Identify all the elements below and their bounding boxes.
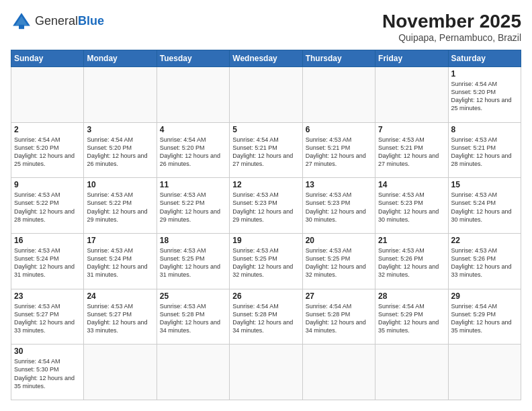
day-number: 12 — [232, 180, 299, 189]
title-section: November 2025 Quipapa, Pernambuco, Brazi… — [382, 11, 521, 43]
table-row — [230, 67, 302, 123]
logo-blue: Blue — [78, 14, 104, 28]
day-number: 14 — [378, 180, 445, 189]
day-number: 18 — [160, 236, 226, 245]
table-row: 21Sunrise: 4:53 AM Sunset: 5:26 PM Dayli… — [375, 233, 448, 289]
table-row — [230, 345, 302, 400]
table-row: 28Sunrise: 4:54 AM Sunset: 5:29 PM Dayli… — [375, 289, 448, 345]
day-info: Sunrise: 4:54 AM Sunset: 5:28 PM Dayligh… — [232, 302, 299, 335]
day-info: Sunrise: 4:54 AM Sunset: 5:20 PM Dayligh… — [451, 80, 518, 113]
table-row: 6Sunrise: 4:53 AM Sunset: 5:21 PM Daylig… — [302, 122, 375, 178]
day-info: Sunrise: 4:54 AM Sunset: 5:20 PM Dayligh… — [87, 136, 153, 169]
col-tuesday: Tuesday — [157, 50, 229, 67]
day-number: 28 — [378, 291, 445, 301]
day-info: Sunrise: 4:53 AM Sunset: 5:22 PM Dayligh… — [87, 191, 153, 224]
day-number: 6 — [306, 125, 372, 134]
table-row: 29Sunrise: 4:54 AM Sunset: 5:29 PM Dayli… — [448, 289, 521, 345]
table-row — [375, 67, 448, 123]
day-info: Sunrise: 4:53 AM Sunset: 5:22 PM Dayligh… — [14, 191, 81, 224]
page: GeneralBlue November 2025 Quipapa, Perna… — [0, 0, 532, 411]
day-info: Sunrise: 4:53 AM Sunset: 5:23 PM Dayligh… — [378, 191, 445, 224]
table-row — [302, 345, 375, 400]
day-number: 19 — [232, 236, 299, 245]
table-row: 4Sunrise: 4:54 AM Sunset: 5:20 PM Daylig… — [157, 122, 229, 178]
table-row: 30Sunrise: 4:54 AM Sunset: 5:30 PM Dayli… — [11, 345, 84, 400]
day-info: Sunrise: 4:54 AM Sunset: 5:30 PM Dayligh… — [14, 357, 81, 390]
day-info: Sunrise: 4:53 AM Sunset: 5:28 PM Dayligh… — [160, 302, 226, 335]
day-number: 15 — [451, 180, 518, 189]
day-number: 13 — [306, 180, 372, 189]
table-row: 22Sunrise: 4:53 AM Sunset: 5:26 PM Dayli… — [448, 233, 521, 289]
day-number: 20 — [306, 236, 372, 245]
day-info: Sunrise: 4:53 AM Sunset: 5:25 PM Dayligh… — [306, 246, 372, 279]
day-number: 10 — [87, 180, 153, 189]
col-monday: Monday — [84, 50, 157, 67]
day-number: 25 — [160, 291, 226, 301]
col-thursday: Thursday — [302, 50, 375, 67]
day-info: Sunrise: 4:53 AM Sunset: 5:23 PM Dayligh… — [232, 191, 299, 224]
table-row: 25Sunrise: 4:53 AM Sunset: 5:28 PM Dayli… — [157, 289, 229, 345]
calendar: Sunday Monday Tuesday Wednesday Thursday… — [11, 50, 521, 400]
day-number: 22 — [451, 236, 518, 245]
table-row: 27Sunrise: 4:54 AM Sunset: 5:28 PM Dayli… — [302, 289, 375, 345]
header: GeneralBlue November 2025 Quipapa, Perna… — [11, 11, 521, 43]
header-row: Sunday Monday Tuesday Wednesday Thursday… — [11, 50, 521, 67]
table-row: 10Sunrise: 4:53 AM Sunset: 5:22 PM Dayli… — [84, 178, 157, 234]
table-row: 5Sunrise: 4:54 AM Sunset: 5:21 PM Daylig… — [230, 122, 302, 178]
table-row: 1Sunrise: 4:54 AM Sunset: 5:20 PM Daylig… — [448, 67, 521, 123]
table-row — [302, 67, 375, 123]
day-info: Sunrise: 4:54 AM Sunset: 5:21 PM Dayligh… — [232, 136, 299, 169]
table-row: 11Sunrise: 4:53 AM Sunset: 5:22 PM Dayli… — [157, 178, 229, 234]
day-number: 5 — [232, 125, 299, 134]
col-sunday: Sunday — [11, 50, 84, 67]
day-info: Sunrise: 4:54 AM Sunset: 5:20 PM Dayligh… — [160, 136, 226, 169]
day-number: 8 — [451, 125, 518, 134]
day-number: 4 — [160, 125, 226, 134]
day-info: Sunrise: 4:53 AM Sunset: 5:25 PM Dayligh… — [232, 246, 299, 279]
day-number: 21 — [378, 236, 445, 245]
table-row: 24Sunrise: 4:53 AM Sunset: 5:27 PM Dayli… — [84, 289, 157, 345]
table-row: 3Sunrise: 4:54 AM Sunset: 5:20 PM Daylig… — [84, 122, 157, 178]
day-info: Sunrise: 4:53 AM Sunset: 5:24 PM Dayligh… — [14, 246, 81, 279]
day-info: Sunrise: 4:53 AM Sunset: 5:24 PM Dayligh… — [451, 191, 518, 224]
day-number: 23 — [14, 291, 81, 301]
day-info: Sunrise: 4:53 AM Sunset: 5:21 PM Dayligh… — [451, 136, 518, 169]
table-row: 12Sunrise: 4:53 AM Sunset: 5:23 PM Dayli… — [230, 178, 302, 234]
day-number: 26 — [232, 291, 299, 301]
table-row — [157, 67, 229, 123]
day-number: 24 — [87, 291, 153, 301]
table-row: 16Sunrise: 4:53 AM Sunset: 5:24 PM Dayli… — [11, 233, 84, 289]
table-row: 7Sunrise: 4:53 AM Sunset: 5:21 PM Daylig… — [375, 122, 448, 178]
table-row — [11, 67, 84, 123]
day-number: 7 — [378, 125, 445, 134]
logo: GeneralBlue — [11, 11, 104, 32]
day-info: Sunrise: 4:54 AM Sunset: 5:29 PM Dayligh… — [451, 302, 518, 335]
day-number: 11 — [160, 180, 226, 189]
table-row: 15Sunrise: 4:53 AM Sunset: 5:24 PM Dayli… — [448, 178, 521, 234]
table-row: 8Sunrise: 4:53 AM Sunset: 5:21 PM Daylig… — [448, 122, 521, 178]
logo-general: General — [35, 14, 78, 28]
day-info: Sunrise: 4:53 AM Sunset: 5:25 PM Dayligh… — [160, 246, 226, 279]
day-info: Sunrise: 4:54 AM Sunset: 5:29 PM Dayligh… — [378, 302, 445, 335]
day-info: Sunrise: 4:53 AM Sunset: 5:21 PM Dayligh… — [378, 136, 445, 169]
table-row — [157, 345, 229, 400]
table-row: 9Sunrise: 4:53 AM Sunset: 5:22 PM Daylig… — [11, 178, 84, 234]
svg-rect-2 — [19, 25, 24, 29]
day-number: 9 — [14, 180, 81, 189]
table-row — [84, 345, 157, 400]
calendar-body: 1Sunrise: 4:54 AM Sunset: 5:20 PM Daylig… — [11, 67, 521, 400]
day-number: 1 — [451, 69, 518, 79]
day-info: Sunrise: 4:53 AM Sunset: 5:22 PM Dayligh… — [160, 191, 226, 224]
day-number: 27 — [306, 291, 372, 301]
day-number: 29 — [451, 291, 518, 301]
logo-text: GeneralBlue — [35, 15, 104, 28]
day-info: Sunrise: 4:53 AM Sunset: 5:27 PM Dayligh… — [87, 302, 153, 335]
day-number: 16 — [14, 236, 81, 245]
table-row: 2Sunrise: 4:54 AM Sunset: 5:20 PM Daylig… — [11, 122, 84, 178]
table-row: 14Sunrise: 4:53 AM Sunset: 5:23 PM Dayli… — [375, 178, 448, 234]
calendar-header: Sunday Monday Tuesday Wednesday Thursday… — [11, 50, 521, 67]
col-friday: Friday — [375, 50, 448, 67]
table-row: 20Sunrise: 4:53 AM Sunset: 5:25 PM Dayli… — [302, 233, 375, 289]
table-row: 19Sunrise: 4:53 AM Sunset: 5:25 PM Dayli… — [230, 233, 302, 289]
table-row — [375, 345, 448, 400]
